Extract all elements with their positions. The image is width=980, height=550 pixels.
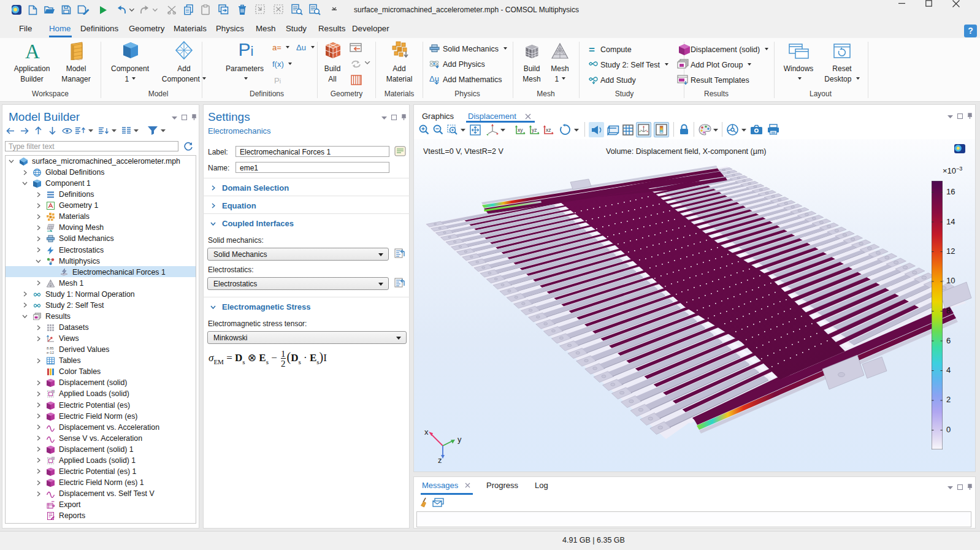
svg-text:z: z xyxy=(438,456,442,465)
svg-text:y: y xyxy=(457,435,462,444)
svg-text:xy: xy xyxy=(518,127,523,133)
svg-text:8.85: 8.85 xyxy=(47,346,54,350)
svg-text:xz: xz xyxy=(546,127,551,133)
svg-text:e-12: e-12 xyxy=(47,351,55,354)
svg-text:x: x xyxy=(424,427,429,437)
svg-text:yz: yz xyxy=(532,127,537,133)
